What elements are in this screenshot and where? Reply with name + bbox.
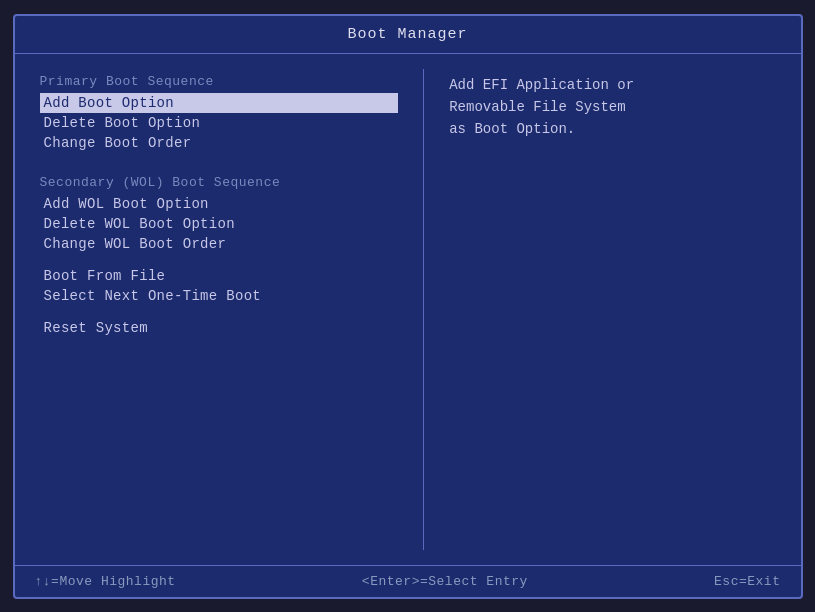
main-content: Primary Boot Sequence Add Boot Option De… xyxy=(15,54,801,565)
status-exit: Esc=Exit xyxy=(714,574,780,589)
menu-item-add-wol-boot-option[interactable]: Add WOL Boot Option xyxy=(40,194,399,214)
status-select: <Enter>=Select Entry xyxy=(362,574,528,589)
menu-item-select-next-one-time-boot[interactable]: Select Next One-Time Boot xyxy=(40,286,399,306)
menu-item-boot-from-file[interactable]: Boot From File xyxy=(40,266,399,286)
description-line1: Add EFI Application or xyxy=(449,77,634,93)
description-line2: Removable File System xyxy=(449,99,625,115)
primary-sequence-label: Primary Boot Sequence xyxy=(40,74,399,89)
description-line3: as Boot Option. xyxy=(449,121,575,137)
menu-item-change-boot-order[interactable]: Change Boot Order xyxy=(40,133,399,153)
window-title: Boot Manager xyxy=(347,26,467,43)
secondary-sequence-label: Secondary (WOL) Boot Sequence xyxy=(40,175,399,190)
bios-window: Boot Manager Primary Boot Sequence Add B… xyxy=(13,14,803,599)
menu-item-reset-system[interactable]: Reset System xyxy=(40,318,399,338)
menu-item-add-boot-option[interactable]: Add Boot Option xyxy=(40,93,399,113)
menu-item-delete-wol-boot-option[interactable]: Delete WOL Boot Option xyxy=(40,214,399,234)
status-highlight: ↑↓=Move Highlight xyxy=(35,574,176,589)
status-bar: ↑↓=Move Highlight <Enter>=Select Entry E… xyxy=(15,565,801,597)
left-panel: Primary Boot Sequence Add Boot Option De… xyxy=(15,54,424,565)
right-panel: Add EFI Application or Removable File Sy… xyxy=(424,54,800,565)
menu-item-change-wol-boot-order[interactable]: Change WOL Boot Order xyxy=(40,234,399,254)
title-bar: Boot Manager xyxy=(15,16,801,54)
menu-item-delete-boot-option[interactable]: Delete Boot Option xyxy=(40,113,399,133)
